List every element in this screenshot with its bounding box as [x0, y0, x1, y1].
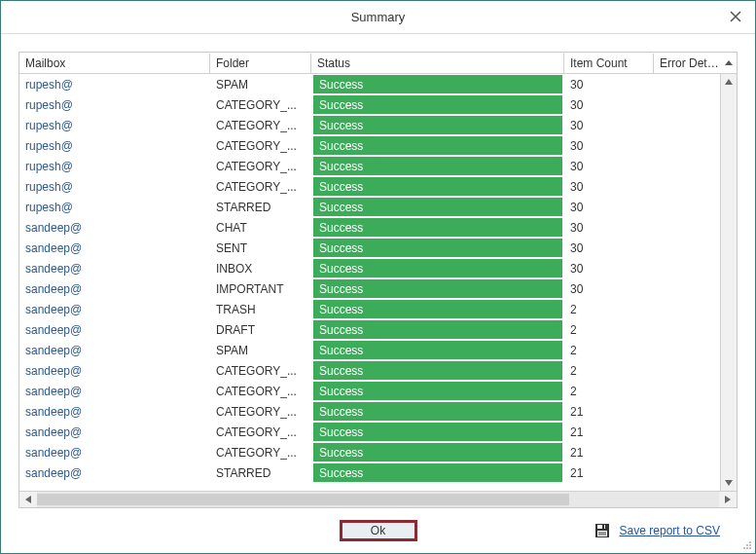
- cell-status: Success: [311, 278, 564, 299]
- cell-error-details: [654, 197, 720, 217]
- cell-status: Success: [311, 401, 564, 422]
- cell-folder: DRAFT: [210, 319, 311, 340]
- table-row[interactable]: sandeep@DRAFTSuccess2: [19, 319, 720, 340]
- cell-mailbox: rupesh@: [19, 74, 210, 94]
- cell-folder: IMPORTANT: [210, 278, 311, 299]
- cell-mailbox: sandeep@: [19, 258, 210, 278]
- table-row[interactable]: sandeep@SENTSuccess30: [19, 238, 720, 258]
- column-header-status[interactable]: Status: [311, 54, 564, 73]
- svg-point-10: [746, 547, 748, 549]
- table-row[interactable]: sandeep@CATEGORY_...Success21: [19, 422, 720, 442]
- cell-mailbox: sandeep@: [19, 381, 210, 401]
- status-badge: Success: [313, 443, 562, 462]
- cell-error-details: [654, 319, 720, 340]
- table-row[interactable]: sandeep@CATEGORY_...Success21: [19, 442, 720, 462]
- cell-status: Success: [311, 462, 564, 483]
- cell-status: Success: [311, 340, 564, 360]
- table-row[interactable]: rupesh@CATEGORY_...Success30: [19, 115, 720, 135]
- cell-status: Success: [311, 422, 564, 442]
- close-button[interactable]: [726, 7, 745, 26]
- status-badge: Success: [313, 402, 562, 421]
- scroll-right-icon[interactable]: [719, 496, 737, 503]
- status-badge: Success: [313, 136, 562, 155]
- grid-body-wrap: rupesh@SPAMSuccess30rupesh@CATEGORY_...S…: [19, 74, 737, 491]
- cell-mailbox: sandeep@: [19, 278, 210, 299]
- summary-dialog: Summary Mailbox Folder Status Item Count…: [0, 0, 756, 554]
- svg-rect-3: [597, 531, 607, 536]
- status-badge: Success: [313, 157, 562, 175]
- cell-error-details: [654, 340, 720, 360]
- cell-status: Success: [311, 115, 564, 135]
- hscroll-track[interactable]: [37, 492, 719, 507]
- cell-folder: CATEGORY_...: [210, 442, 311, 462]
- cell-status: Success: [311, 176, 564, 197]
- cell-folder: STARRED: [210, 197, 311, 217]
- cell-item-count: 30: [564, 94, 654, 115]
- hscroll-thumb[interactable]: [37, 494, 569, 505]
- table-row[interactable]: sandeep@INBOXSuccess30: [19, 258, 720, 278]
- cell-mailbox: sandeep@: [19, 462, 210, 483]
- cell-folder: SENT: [210, 238, 311, 258]
- table-row[interactable]: sandeep@CATEGORY_...Success2: [19, 360, 720, 381]
- cell-item-count: 30: [564, 156, 654, 176]
- cell-item-count: 21: [564, 401, 654, 422]
- table-row[interactable]: sandeep@CHATSuccess30: [19, 217, 720, 238]
- cell-status: Success: [311, 360, 564, 381]
- table-row[interactable]: sandeep@STARREDSuccess21: [19, 462, 720, 483]
- status-badge: Success: [313, 320, 562, 339]
- table-row[interactable]: rupesh@SPAMSuccess30: [19, 74, 720, 94]
- table-row[interactable]: sandeep@SPAMSuccess2: [19, 340, 720, 360]
- table-row[interactable]: rupesh@CATEGORY_...Success30: [19, 135, 720, 156]
- grid-header: Mailbox Folder Status Item Count Error D…: [19, 53, 737, 74]
- scroll-up-icon[interactable]: [721, 74, 737, 90]
- resize-grip-icon[interactable]: [742, 540, 752, 550]
- cell-mailbox: sandeep@: [19, 340, 210, 360]
- table-row[interactable]: sandeep@TRASHSuccess2: [19, 299, 720, 319]
- svg-point-9: [743, 547, 745, 549]
- cell-status: Success: [311, 156, 564, 176]
- table-row[interactable]: sandeep@CATEGORY_...Success2: [19, 381, 720, 401]
- status-badge: Success: [313, 75, 562, 93]
- cell-folder: CATEGORY_...: [210, 135, 311, 156]
- table-row[interactable]: sandeep@CATEGORY_...Success21: [19, 401, 720, 422]
- cell-folder: CATEGORY_...: [210, 176, 311, 197]
- cell-item-count: 30: [564, 217, 654, 238]
- cell-status: Success: [311, 217, 564, 238]
- cell-status: Success: [311, 442, 564, 462]
- cell-mailbox: sandeep@: [19, 238, 210, 258]
- scroll-left-icon[interactable]: [19, 496, 37, 503]
- cell-item-count: 2: [564, 299, 654, 319]
- cell-mailbox: sandeep@: [19, 422, 210, 442]
- scroll-down-icon[interactable]: [721, 475, 737, 491]
- column-header-error-details[interactable]: Error Details: [654, 54, 737, 73]
- save-report-link[interactable]: Save report to CSV: [620, 524, 720, 537]
- status-badge: Success: [313, 341, 562, 359]
- table-row[interactable]: rupesh@CATEGORY_...Success30: [19, 94, 720, 115]
- cell-error-details: [654, 299, 720, 319]
- table-row[interactable]: rupesh@STARREDSuccess30: [19, 197, 720, 217]
- cell-error-details: [654, 360, 720, 381]
- table-row[interactable]: rupesh@CATEGORY_...Success30: [19, 176, 720, 197]
- ok-button-label: Ok: [371, 524, 385, 537]
- column-header-item-count[interactable]: Item Count: [564, 54, 654, 73]
- cell-error-details: [654, 156, 720, 176]
- column-header-folder[interactable]: Folder: [210, 54, 311, 73]
- table-row[interactable]: rupesh@CATEGORY_...Success30: [19, 156, 720, 176]
- horizontal-scrollbar[interactable]: [19, 491, 737, 507]
- cell-mailbox: sandeep@: [19, 360, 210, 381]
- cell-item-count: 2: [564, 319, 654, 340]
- cell-status: Success: [311, 258, 564, 278]
- cell-item-count: 30: [564, 176, 654, 197]
- cell-folder: INBOX: [210, 258, 311, 278]
- cell-mailbox: rupesh@: [19, 197, 210, 217]
- cell-folder: CATEGORY_...: [210, 401, 311, 422]
- status-badge: Success: [313, 463, 562, 482]
- cell-error-details: [654, 94, 720, 115]
- ok-button[interactable]: Ok: [340, 520, 417, 541]
- table-row[interactable]: sandeep@IMPORTANTSuccess30: [19, 278, 720, 299]
- cell-error-details: [654, 217, 720, 238]
- cell-item-count: 2: [564, 360, 654, 381]
- column-header-mailbox[interactable]: Mailbox: [19, 54, 210, 73]
- cell-status: Success: [311, 299, 564, 319]
- vertical-scrollbar[interactable]: [720, 74, 737, 491]
